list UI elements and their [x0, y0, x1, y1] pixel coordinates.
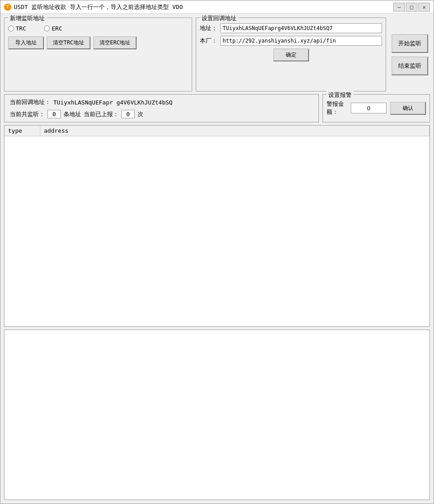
clear-erc-button[interactable]: 清空ERC地址	[93, 36, 137, 49]
maximize-button[interactable]: □	[406, 3, 417, 12]
trc-label: TRC	[16, 25, 26, 32]
current-callback-value: TUiyxhLASNqUEFapr g4V6VLKhJUZt4bSQ	[53, 99, 172, 106]
table-header: type address	[4, 126, 430, 136]
callback-fields: 地址： 本厂： 确定	[200, 23, 382, 61]
address-table: type address	[4, 125, 430, 327]
stop-monitor-button[interactable]: 结束监听	[391, 56, 428, 75]
log-area[interactable]	[4, 330, 430, 500]
alert-confirm-button[interactable]: 确认	[390, 102, 426, 115]
alert-amount-input[interactable]	[351, 103, 387, 113]
erc-label: ERC	[52, 25, 62, 32]
trc-radio[interactable]	[8, 26, 14, 31]
trc-radio-label[interactable]: TRC	[8, 25, 26, 32]
new-monitor-legend: 新增监听地址	[8, 14, 47, 22]
factory-input[interactable]	[220, 36, 382, 46]
start-monitor-button[interactable]: 开始监听	[391, 34, 428, 53]
new-monitor-group: 新增监听地址 TRC ERC 导入地址 清空TRC地址 清空ERC地址	[4, 17, 192, 91]
address-field-row: 地址：	[200, 23, 382, 33]
clear-trc-button[interactable]: 清空TRC地址	[47, 36, 90, 49]
reported-value: 0	[121, 110, 135, 118]
content-area: 新增监听地址 TRC ERC 导入地址 清空TRC地址 清空ERC地址	[0, 14, 434, 504]
table-body	[4, 136, 430, 326]
current-callback-label: 当前回调地址：	[10, 98, 51, 106]
monitor-count-label: 当前共监听：	[10, 110, 45, 118]
alert-legend: 设置报警	[327, 91, 353, 99]
col-address-header: address	[40, 126, 430, 136]
callback-legend: 设置回调地址	[200, 14, 238, 22]
title-bar: T USDT 监听地址收款 导入一行一个，导入之前选择地址类型 VDO — □ …	[0, 0, 434, 14]
alert-amount-label: 警报金额：	[327, 100, 347, 116]
address-btn-row: 导入地址 清空TRC地址 清空ERC地址	[8, 36, 188, 49]
col-type-header: type	[4, 126, 40, 136]
monitor-count-value: 0	[47, 110, 61, 118]
import-address-button[interactable]: 导入地址	[8, 36, 44, 49]
callback-status-line: 当前回调地址： TUiyxhLASNqUEFapr g4V6VLKhJUZt4b…	[10, 98, 313, 106]
minimize-button[interactable]: —	[393, 3, 405, 12]
app-icon: T	[4, 4, 11, 11]
erc-radio[interactable]	[44, 26, 50, 31]
radio-row: TRC ERC	[8, 23, 188, 32]
title-buttons: — □ ✕	[393, 3, 430, 12]
top-row: 新增监听地址 TRC ERC 导入地址 清空TRC地址 清空ERC地址	[4, 17, 430, 91]
count-status-line: 当前共监听： 0 条地址 当前已上报： 0 次	[10, 110, 313, 118]
main-window: T USDT 监听地址收款 导入一行一个，导入之前选择地址类型 VDO — □ …	[0, 0, 434, 504]
factory-field-row: 本厂：	[200, 36, 382, 46]
callback-group: 设置回调地址 地址： 本厂： 确定	[196, 17, 386, 91]
close-button[interactable]: ✕	[418, 3, 430, 12]
confirm-row: 确定	[200, 48, 382, 61]
alert-row: 警报金额： 确认	[327, 100, 426, 116]
callback-confirm-button[interactable]: 确定	[273, 48, 309, 61]
factory-field-label: 本厂：	[200, 37, 218, 45]
reported-unit: 次	[138, 110, 143, 118]
address-input[interactable]	[220, 23, 382, 33]
alert-group: 设置报警 警报金额： 确认	[322, 94, 430, 122]
status-area: 当前回调地址： TUiyxhLASNqUEFapr g4V6VLKhJUZt4b…	[4, 94, 430, 122]
monitor-count-unit: 条地址	[64, 110, 81, 118]
reported-label: 当前已上报：	[84, 110, 119, 118]
erc-radio-label[interactable]: ERC	[44, 25, 62, 32]
window-title: USDT 监听地址收款 导入一行一个，导入之前选择地址类型 VDO	[14, 3, 393, 11]
address-field-label: 地址：	[200, 24, 218, 32]
status-box: 当前回调地址： TUiyxhLASNqUEFapr g4V6VLKhJUZt4b…	[4, 94, 319, 122]
monitor-control-buttons: 开始监听 结束监听	[390, 17, 430, 91]
